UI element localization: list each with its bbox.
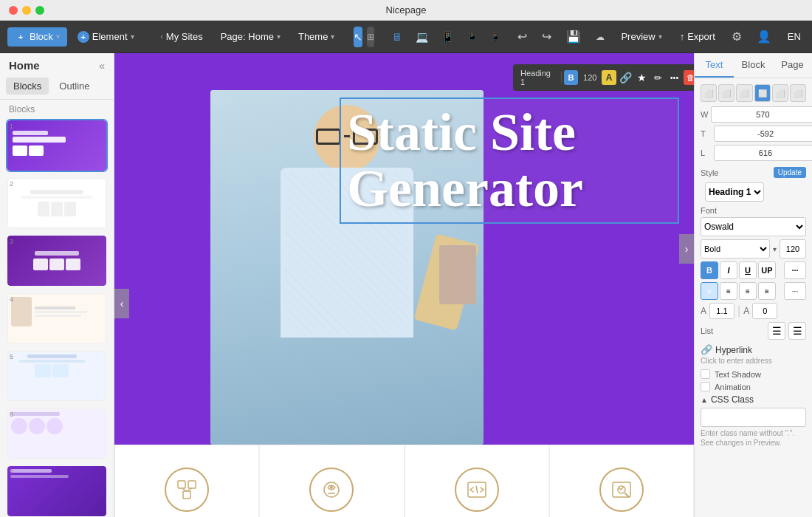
align-center-mid[interactable]: ⬜ bbox=[772, 84, 788, 102]
hero-text-area[interactable]: Static Site Generator bbox=[340, 97, 679, 224]
block-item-6[interactable]: 6 bbox=[6, 407, 108, 460]
text-align-row: ≡ ≡ ≡ ≡ ··· bbox=[701, 282, 806, 300]
laptop-device-button[interactable]: 💻 bbox=[410, 27, 434, 47]
hero-heading[interactable]: Static Site Generator bbox=[340, 97, 679, 224]
pointer-tool-button[interactable]: ↖ bbox=[354, 27, 362, 47]
tab-block[interactable]: Block bbox=[734, 53, 773, 78]
redo-button[interactable]: ↪ bbox=[536, 26, 557, 47]
preview-button[interactable]: Preview ▾ bbox=[613, 27, 669, 46]
block-thumb-5 bbox=[7, 351, 106, 401]
font-size-display[interactable]: 120 bbox=[580, 72, 599, 83]
tab-blocks[interactable]: Blocks bbox=[6, 78, 49, 95]
save-button[interactable]: 💾 bbox=[560, 26, 587, 47]
letter-spacing-input[interactable] bbox=[752, 303, 777, 319]
sidebar-collapse-button[interactable]: « bbox=[99, 60, 105, 72]
theme-button[interactable]: Theme ▾ bbox=[291, 27, 342, 46]
export-button[interactable]: ↑ Export bbox=[672, 27, 723, 46]
language-button[interactable]: EN bbox=[780, 27, 808, 46]
brush-button[interactable]: ✏ bbox=[651, 70, 665, 85]
block-thumb-7 bbox=[7, 466, 106, 516]
left-input[interactable] bbox=[714, 145, 812, 161]
link-button[interactable]: 🔗 bbox=[619, 70, 633, 85]
star-button[interactable]: ★ bbox=[635, 70, 649, 85]
save-cloud-button[interactable]: ☁ bbox=[590, 28, 610, 46]
text-shadow-row: Text Shadow bbox=[701, 369, 806, 379]
back-icon: ‹ bbox=[161, 32, 163, 41]
tab-page[interactable]: Page bbox=[773, 53, 812, 78]
color-picker-button[interactable]: A bbox=[602, 70, 616, 85]
close-button[interactable] bbox=[9, 6, 18, 15]
css-class-header[interactable]: ▲ CSS Class bbox=[701, 394, 806, 405]
align-right-button[interactable]: ≡ bbox=[739, 282, 757, 300]
service-card-dev[interactable]: DEVELOPMENT bbox=[405, 445, 549, 517]
align-center-button[interactable]: ≡ bbox=[720, 282, 737, 300]
desktop-device-button[interactable]: 🖥 bbox=[386, 27, 408, 47]
tab-outline[interactable]: Outline bbox=[52, 78, 97, 95]
align-justify-button[interactable]: ≡ bbox=[758, 282, 776, 300]
bold-format-button[interactable]: B bbox=[701, 261, 718, 279]
hyperlink-row[interactable]: 🔗 Hyperlink bbox=[701, 344, 806, 355]
service-card-ux[interactable]: UX DESIGN bbox=[259, 445, 404, 517]
line-height-input[interactable] bbox=[709, 303, 734, 319]
mobile-device-button[interactable]: 📱 bbox=[461, 27, 484, 47]
service-card-strategy[interactable]: STRATEGY bbox=[114, 445, 259, 517]
grid-tool-button[interactable]: ⊞ bbox=[367, 27, 374, 47]
block-item-2[interactable]: 2 bbox=[6, 177, 108, 230]
font-select[interactable]: Oswald bbox=[701, 217, 806, 236]
style-select[interactable]: Heading 1 bbox=[705, 182, 764, 202]
font-options-row: Bold ▾ bbox=[701, 239, 806, 258]
delete-button[interactable]: 🗑 bbox=[684, 70, 694, 85]
page-button[interactable]: Page: Home ▾ bbox=[213, 27, 288, 46]
maximize-button[interactable] bbox=[35, 6, 44, 15]
align-left-mid[interactable]: ⬜ bbox=[754, 84, 771, 102]
ordered-list-button[interactable]: ☰ bbox=[788, 322, 806, 340]
tab-text[interactable]: Text bbox=[695, 53, 734, 78]
service-card-test[interactable]: TESTING bbox=[549, 445, 694, 517]
bold-button[interactable]: B bbox=[564, 70, 578, 85]
tablet-device-button[interactable]: 📱 bbox=[436, 27, 460, 47]
undo-button[interactable]: ↩ bbox=[512, 26, 533, 47]
add-block-button[interactable]: + Block ▾ bbox=[7, 27, 67, 47]
font-weight-select[interactable]: Bold bbox=[701, 239, 770, 258]
underline-format-button[interactable]: U bbox=[739, 261, 757, 279]
css-class-input[interactable] bbox=[701, 408, 806, 427]
align-left-button[interactable]: ≡ bbox=[701, 282, 718, 300]
block-item-5[interactable]: 5 bbox=[6, 349, 108, 403]
width-input[interactable] bbox=[711, 106, 812, 123]
align-right-top[interactable]: ⬜ bbox=[736, 84, 752, 102]
user-button[interactable]: 👤 bbox=[751, 26, 777, 47]
block-item-7[interactable]: 7 bbox=[6, 465, 108, 517]
align-left-top[interactable]: ⬜ bbox=[701, 84, 717, 102]
align-center-top[interactable]: ⬜ bbox=[718, 84, 734, 102]
device-switcher: 🖥 💻 📱 📱 📱 bbox=[386, 27, 506, 47]
block-list: 1 2 bbox=[0, 116, 114, 517]
my-sites-button[interactable]: ‹ My Sites bbox=[154, 27, 210, 46]
update-style-button[interactable]: Update bbox=[774, 167, 806, 178]
settings-button[interactable]: ⚙ bbox=[726, 26, 748, 47]
small-mobile-button[interactable]: 📱 bbox=[485, 27, 506, 47]
heading-style-selector[interactable]: Heading 1 bbox=[517, 67, 559, 88]
text-shadow-checkbox[interactable] bbox=[701, 369, 710, 379]
ht-separator-1 bbox=[561, 72, 562, 83]
add-element-button[interactable]: + Element ▾ bbox=[70, 27, 142, 47]
uppercase-format-button[interactable]: UP bbox=[758, 261, 776, 279]
italic-format-button[interactable]: I bbox=[720, 261, 737, 279]
more-format-button[interactable]: ··· bbox=[784, 261, 806, 279]
more-options-button[interactable]: ••• bbox=[667, 70, 681, 85]
minimize-button[interactable] bbox=[22, 6, 31, 15]
spacing-row: A | A bbox=[701, 303, 806, 319]
link-icon: 🔗 bbox=[701, 344, 712, 355]
more-align-button[interactable]: ··· bbox=[784, 282, 806, 300]
right-panel-content: ⬜ ⬜ ⬜ ⬜ ⬜ ⬜ W T B bbox=[695, 78, 812, 517]
top-input[interactable] bbox=[714, 126, 812, 142]
font-size-input[interactable] bbox=[780, 239, 806, 258]
block-item-3[interactable]: 3 bbox=[6, 234, 108, 287]
align-right-mid[interactable]: ⬜ bbox=[790, 84, 806, 102]
canvas-right-arrow[interactable]: › bbox=[679, 234, 694, 264]
triangle-icon: ▲ bbox=[701, 396, 708, 404]
block-item-1[interactable]: 1 bbox=[6, 119, 108, 172]
unordered-list-button[interactable]: ☰ bbox=[768, 322, 785, 340]
block-item-4[interactable]: 4 bbox=[6, 292, 108, 345]
canvas-left-arrow[interactable]: ‹ bbox=[114, 289, 129, 318]
animation-checkbox[interactable] bbox=[701, 382, 710, 391]
